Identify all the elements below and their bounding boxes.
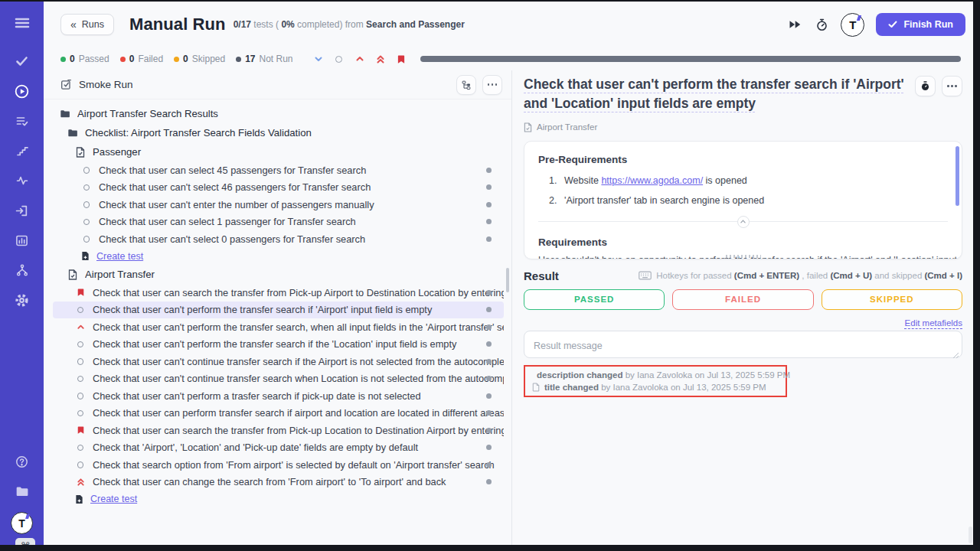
tree-test-item[interactable]: Check that user can't perform the transf… (53, 318, 504, 336)
result-message-input[interactable]: Result message (524, 331, 962, 358)
import-icon[interactable] (13, 201, 31, 220)
severity-high-icon (75, 323, 86, 331)
textarea-resize-handle[interactable] (952, 348, 959, 355)
severity-critical-icon[interactable] (375, 54, 386, 64)
test-cases-icon[interactable] (13, 52, 31, 70)
app-sidebar: T (0, 2, 44, 545)
tree-test-item[interactable]: Check that user can't continue transfer … (53, 353, 504, 370)
keyboard-icon (639, 271, 652, 280)
reports-icon[interactable] (13, 231, 31, 249)
skipped-button[interactable]: SKIPPED (822, 289, 962, 310)
tree-test-item[interactable]: Check that user can't continue transfer … (53, 370, 504, 388)
tree-suite[interactable]: Passenger (53, 142, 504, 161)
tree-test-item-selected[interactable]: Check that user can't perform the transf… (53, 302, 504, 319)
tree-test-item[interactable]: Check that search option from 'From airp… (53, 456, 504, 474)
detail-actions (915, 76, 962, 96)
status-bar: 0 Passed 0 Failed 0 Skipped 17 Not Run (44, 47, 973, 70)
tree-test-item[interactable]: Check that user can select 45 passengers… (53, 161, 504, 179)
run-name: Smoke Run (79, 79, 133, 90)
test-plans-icon[interactable] (13, 112, 31, 130)
create-test-link[interactable]: Create test (53, 248, 511, 266)
collapse-toggle[interactable] (737, 216, 750, 228)
status-dot (486, 359, 492, 364)
tree-test-item[interactable]: Check that user can search the transfer … (53, 422, 504, 439)
branches-icon[interactable] (13, 261, 31, 279)
severity-low-icon[interactable] (313, 54, 324, 64)
help-icon[interactable] (13, 452, 31, 471)
tree-test-item[interactable]: Check that 'Airport', 'Location' and 'Pi… (53, 439, 504, 457)
source-plan: Search and Passenger (366, 19, 465, 30)
tree-test-item[interactable]: Check that user can change the search fr… (53, 474, 504, 491)
back-to-runs-button[interactable]: « Runs (60, 14, 114, 35)
passed-dot (60, 57, 66, 62)
create-test-icon (81, 251, 90, 261)
result-header-row: Result Hotkeys for passed (Cmd + ENTER) … (524, 269, 962, 282)
tree-test-item[interactable]: Check that user can search the transfer … (53, 284, 504, 302)
severity-normal-icon (75, 376, 86, 383)
status-dot (486, 307, 492, 312)
menu-icon[interactable] (13, 14, 31, 32)
create-test-link[interactable]: Create test (53, 491, 511, 508)
severity-normal-icon[interactable] (334, 54, 345, 64)
history-entry: description changed by Iana Zavoloka on … (532, 370, 779, 380)
failed-button[interactable]: FAILED (672, 289, 813, 310)
settings-gear-icon[interactable] (13, 291, 31, 309)
hotkeys-hint: Hotkeys for passed (Cmd + ENTER) , faile… (639, 271, 962, 280)
tree-test-item[interactable]: Check that user can't select 46 passenge… (53, 179, 504, 197)
app-window: T « Runs Manual Run 0/17 tests ( 0% comp… (0, 2, 973, 545)
fast-forward-icon[interactable] (787, 17, 802, 32)
group-by-button[interactable] (456, 75, 476, 95)
shared-steps-icon[interactable] (13, 142, 31, 160)
severity-blocker-icon (75, 425, 86, 435)
window-scrollbar[interactable] (969, 527, 972, 543)
chevron-up-icon (740, 220, 746, 223)
projects-folder-icon[interactable] (13, 482, 31, 500)
finish-run-button[interactable]: Finish Run (876, 13, 965, 36)
avatar-notch (857, 15, 861, 21)
prerequirements-heading: Pre-Requirements (538, 154, 627, 165)
tree-folder[interactable]: Checklist: Airport Transfer Search Field… (53, 123, 504, 142)
tree-header: Smoke Run (44, 70, 511, 99)
severity-normal-icon (75, 410, 86, 417)
tree-test-item[interactable]: Check that user can't enter the number o… (53, 196, 504, 214)
tree-test-item[interactable]: Check that user can perform transfer sea… (53, 405, 504, 422)
ellipsis-icon (488, 83, 498, 86)
tree-folder[interactable]: Airport Transfer Search Results (53, 104, 504, 123)
notrun-counter: 17 Not Run (236, 54, 292, 64)
test-title[interactable]: Check that user can't perform the transf… (524, 75, 926, 113)
tree-test-item[interactable]: Check that user can't perform a trasfer … (53, 387, 504, 405)
more-button[interactable] (482, 75, 502, 95)
pulse-icon[interactable] (13, 171, 31, 190)
severity-high-icon[interactable] (354, 54, 365, 64)
test-runs-icon[interactable] (13, 82, 31, 100)
severity-blocker-icon[interactable] (396, 54, 407, 64)
tree-body: Airport Transfer Search Results Checklis… (44, 99, 511, 508)
requirements-heading: Requirements (538, 236, 607, 248)
passed-button[interactable]: PASSED (524, 289, 665, 310)
status-dot (486, 462, 492, 468)
timer-button[interactable] (915, 76, 936, 96)
status-dot (486, 236, 492, 242)
status-dot (486, 290, 492, 295)
timer-icon[interactable] (814, 17, 829, 32)
user-avatar[interactable]: T (841, 13, 864, 37)
severity-normal-icon (75, 307, 86, 314)
tree-scrollbar[interactable] (506, 268, 509, 292)
tree-test-item[interactable]: Check that user can select 1 passenger f… (53, 214, 504, 231)
suite-breadcrumb[interactable]: Airport Transfer (524, 122, 962, 132)
user-avatar-letter: T (849, 18, 856, 31)
agoda-link[interactable]: https://www.agoda.com/ (601, 175, 703, 186)
tree-suite[interactable]: Airport Transfer (53, 265, 504, 284)
back-chevrons-icon: « (70, 18, 77, 31)
skipped-dot (174, 57, 179, 62)
tree-test-item[interactable]: Check that user can't perform the transf… (53, 336, 504, 354)
command-key-shortcut[interactable]: ⌘ (15, 538, 35, 545)
edit-metafields-link[interactable]: Edit metafields (905, 318, 962, 328)
tree-test-item[interactable]: Check that user can't select 0 passenger… (53, 230, 504, 248)
card-resize-handle[interactable] (726, 255, 761, 258)
workspace-avatar[interactable]: T (11, 512, 33, 534)
card-scrollbar[interactable] (956, 146, 959, 206)
hierarchy-icon (462, 80, 471, 90)
more-button[interactable] (942, 76, 962, 96)
metafields-row: Edit metafields (524, 318, 962, 328)
